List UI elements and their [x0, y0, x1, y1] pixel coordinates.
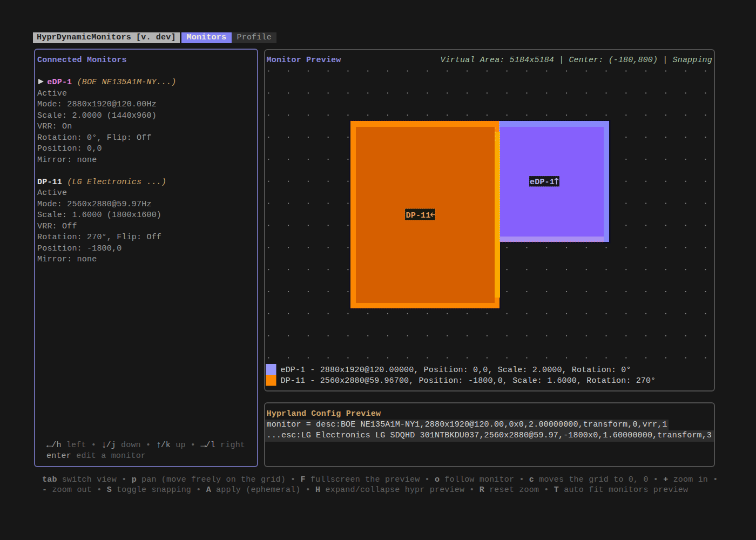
svg-text:eDP-1: eDP-1 [530, 178, 555, 187]
svg-text:DP-11: DP-11 [406, 211, 431, 220]
